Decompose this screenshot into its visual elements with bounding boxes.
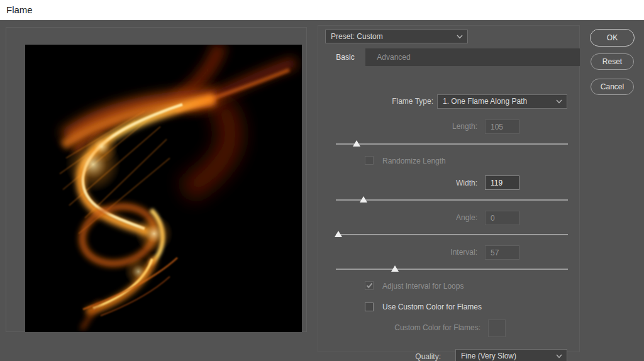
flame-dialog: Preset: Custom Basic Advanced Flame Type…: [0, 20, 644, 361]
flame-type-dropdown[interactable]: 1. One Flame Along Path: [437, 94, 567, 109]
interval-slider: [336, 265, 568, 274]
preview-frame: [6, 27, 307, 332]
flame-render: [25, 45, 302, 332]
controls-panel: Preset: Custom Basic Advanced Flame Type…: [318, 25, 580, 352]
preset-dropdown-value: Preset: Custom: [331, 32, 383, 41]
angle-slider-thumb[interactable]: [335, 231, 342, 237]
length-slider-thumb[interactable]: [353, 140, 360, 147]
adjust-interval-checkbox: [365, 281, 374, 290]
tab-advanced[interactable]: Advanced: [365, 48, 422, 66]
flame-preview-image: [25, 45, 302, 332]
adjust-interval-label: Adjust Interval for Loops: [382, 282, 464, 291]
randomize-length-label: Randomize Length: [382, 157, 446, 165]
custom-color-label: Custom Color for Flames:: [380, 323, 480, 332]
interval-slider-thumb[interactable]: [391, 265, 399, 272]
use-custom-color-label: Use Custom Color for Flames: [382, 303, 482, 311]
chevron-down-icon: [556, 354, 562, 358]
tab-basic-label: Basic: [336, 53, 354, 62]
angle-label: Angle:: [389, 213, 477, 222]
angle-input: [485, 211, 519, 225]
custom-color-swatch: [488, 319, 506, 337]
use-custom-color-checkbox[interactable]: [365, 303, 374, 311]
width-label: Width:: [389, 179, 477, 187]
chevron-down-icon: [457, 35, 463, 39]
reset-button[interactable]: Reset: [591, 53, 634, 70]
angle-slider-track: [336, 234, 568, 235]
tab-advanced-label: Advanced: [377, 53, 410, 62]
length-slider-track: [336, 143, 568, 145]
length-label: Length:: [389, 122, 477, 131]
length-input: [485, 119, 519, 134]
tab-basic[interactable]: Basic: [325, 48, 365, 66]
preset-dropdown[interactable]: Preset: Custom: [325, 30, 468, 43]
cancel-button[interactable]: Cancel: [591, 79, 634, 95]
window-title: Flame: [6, 4, 33, 15]
flame-type-dropdown-value: 1. One Flame Along Path: [443, 97, 527, 106]
interval-slider-track: [336, 269, 568, 270]
check-icon: [366, 282, 373, 289]
chevron-down-icon: [556, 99, 562, 104]
quality-dropdown-value: Fine (Very Slow): [461, 352, 516, 360]
length-slider: [336, 140, 568, 148]
tab-strip: Basic Advanced: [325, 48, 580, 66]
width-input[interactable]: [485, 175, 519, 190]
interval-label: Interval:: [389, 248, 477, 257]
randomize-length-checkbox: [365, 156, 374, 165]
width-slider-thumb[interactable]: [360, 196, 367, 203]
width-slider[interactable]: [336, 196, 568, 204]
window-titlebar: Flame: [0, 0, 644, 20]
ok-button[interactable]: OK: [590, 29, 635, 47]
width-slider-track[interactable]: [336, 199, 568, 201]
flame-type-label: Flame Type:: [353, 97, 433, 106]
quality-label: Quality:: [353, 352, 441, 361]
interval-input: [485, 245, 519, 260]
quality-dropdown[interactable]: Fine (Very Slow): [455, 349, 567, 361]
angle-slider: [336, 230, 568, 239]
